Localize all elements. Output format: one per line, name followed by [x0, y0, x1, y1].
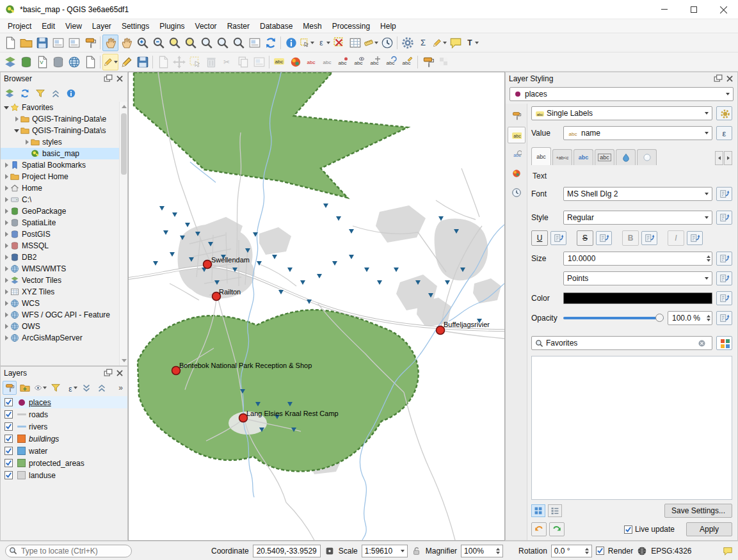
select-by-expression-button[interactable]: ε [315, 35, 331, 51]
save-settings-button[interactable]: Save Settings... [664, 504, 732, 518]
float-panel-button[interactable] [103, 369, 113, 378]
map-canvas[interactable]: Swellendam Railton Buffeljagsrivier Bont… [128, 72, 505, 541]
zoom-full-extent-button[interactable] [166, 35, 182, 51]
value-field-select[interactable]: abc name [563, 126, 712, 140]
browser-item-basic-map[interactable]: basic_map [1, 148, 127, 159]
filter-by-expression-button[interactable]: ε [64, 381, 78, 395]
filter-browser-button[interactable] [33, 86, 47, 100]
browser-item-training-data-s[interactable]: QGIS-Training-Data\s [1, 125, 127, 136]
locate-search[interactable] [5, 545, 132, 557]
scale-select[interactable]: 1:59610 [362, 545, 408, 557]
manage-map-themes-button[interactable] [33, 381, 47, 395]
copy-features-button[interactable] [235, 54, 251, 70]
toggle-unplaced-labels-button[interactable]: abc [319, 54, 335, 70]
show-layout-manager-button[interactable] [66, 35, 82, 51]
extents-toggle-icon[interactable] [325, 546, 335, 556]
underline-button[interactable]: U [531, 230, 548, 246]
browser-item-project-home[interactable]: Project Home [1, 171, 127, 182]
layer-visibility-checkbox[interactable] [4, 435, 13, 443]
cut-features-button[interactable]: ✂ [219, 54, 235, 70]
new-project-button[interactable] [2, 35, 18, 51]
layer-visibility-checkbox[interactable] [4, 398, 13, 406]
strikethrough-override-button[interactable] [596, 231, 612, 245]
lock-scale-icon[interactable] [412, 546, 422, 556]
vertex-tool-button[interactable] [187, 54, 203, 70]
zoom-to-layer-button[interactable] [198, 35, 214, 51]
new-temporary-scratch-layer-button[interactable] [82, 54, 98, 70]
italic-override-button[interactable] [687, 231, 703, 245]
style-override-button[interactable] [716, 211, 732, 225]
opacity-override-button[interactable] [716, 311, 732, 325]
browser-item-arcgis-map-server[interactable]: ArcGisMapServer [1, 332, 127, 344]
tab-callout[interactable] [637, 149, 657, 165]
refresh-browser-button[interactable] [18, 86, 32, 100]
browser-item-c-drive[interactable]: C:\ [1, 194, 127, 205]
refresh-map-button[interactable] [262, 35, 278, 51]
collapse-all-layers-button[interactable] [95, 381, 109, 395]
new-map-view-button[interactable] [246, 35, 262, 51]
delete-selected-button[interactable] [203, 54, 219, 70]
text-color-button[interactable] [563, 292, 712, 304]
data-source-manager-button[interactable] [2, 54, 18, 70]
menu-project[interactable]: Project [3, 20, 36, 33]
browser-item-spatial-bookmarks[interactable]: Spatial Bookmarks [1, 159, 127, 171]
color-override-button[interactable] [716, 291, 732, 305]
layer-visibility-checkbox[interactable] [4, 410, 13, 419]
expand-arrow-icon[interactable] [3, 286, 10, 298]
font-style-select[interactable]: Regular [563, 211, 712, 225]
highlight-pinned-labels-button[interactable]: abc [303, 54, 319, 70]
font-select[interactable]: MS Shell Dlg 2 [563, 187, 712, 201]
zoom-out-button[interactable] [150, 35, 166, 51]
crs-status-button[interactable]: EPSG:4326 [651, 547, 691, 556]
layer-visibility-checkbox[interactable] [4, 459, 13, 467]
expand-all-button[interactable] [79, 381, 93, 395]
expand-arrow-icon[interactable] [3, 171, 10, 182]
bold-override-button[interactable] [641, 231, 657, 245]
slider-handle[interactable] [655, 314, 664, 322]
pan-map-button[interactable] [102, 35, 118, 51]
show-hide-labels-button[interactable]: abc [351, 54, 367, 70]
zoom-in-button[interactable] [134, 35, 150, 51]
tab-buffer[interactable]: abc [574, 149, 593, 165]
new-shapefile-layer-button[interactable]: V [34, 54, 50, 70]
messages-bubble-icon[interactable] [723, 546, 733, 556]
close-button[interactable] [709, 0, 738, 19]
browser-item-wfs-ogc-api[interactable]: WFS / OGC API - Feature [1, 309, 127, 321]
expand-arrow-icon[interactable] [3, 309, 10, 321]
expand-arrow-icon[interactable] [3, 240, 10, 252]
font-override-button[interactable] [716, 187, 732, 201]
undo-button[interactable] [531, 522, 547, 536]
maximize-button[interactable] [679, 0, 709, 19]
expand-arrow-icon[interactable] [3, 332, 10, 344]
expand-arrow-icon[interactable] [3, 321, 10, 332]
expand-arrow-icon[interactable] [3, 228, 10, 240]
menu-database[interactable]: Database [255, 20, 298, 33]
browser-item-wcs[interactable]: WCS [1, 298, 127, 309]
browser-item-xyz-tiles[interactable]: XYZ Tiles [1, 286, 127, 298]
apply-button[interactable]: Apply [686, 522, 732, 536]
save-layer-edits-button[interactable] [134, 54, 150, 70]
menu-plugins[interactable]: Plugins [154, 20, 189, 33]
move-feature-button[interactable] [171, 54, 187, 70]
minimize-button[interactable] [650, 0, 679, 19]
browser-item-spatialite[interactable]: SpatiaLite [1, 217, 127, 228]
show-map-tips-button[interactable] [447, 35, 463, 51]
menu-settings[interactable]: Settings [116, 20, 154, 33]
locate-input[interactable] [5, 545, 132, 557]
browser-scrollbar[interactable] [119, 102, 127, 365]
browser-properties-button[interactable] [64, 86, 78, 100]
collapse-all-button[interactable] [49, 86, 63, 100]
layer-visibility-checkbox[interactable] [4, 447, 13, 455]
deselect-all-button[interactable] [331, 35, 347, 51]
expand-arrow-icon[interactable] [3, 217, 10, 228]
spin-arrows[interactable] [704, 315, 710, 321]
filter-legend-button[interactable] [49, 381, 63, 395]
metasearch-button[interactable] [66, 54, 82, 70]
magnifier-spinbox[interactable]: 100% [461, 545, 503, 557]
redo-button[interactable] [549, 522, 565, 536]
layer-row-roads[interactable]: roads [1, 408, 127, 420]
paste-features-button[interactable] [251, 54, 267, 70]
expand-arrow-icon[interactable] [3, 205, 10, 217]
automated-placement-settings-button[interactable] [716, 106, 732, 120]
style-manager-button[interactable] [82, 35, 98, 51]
